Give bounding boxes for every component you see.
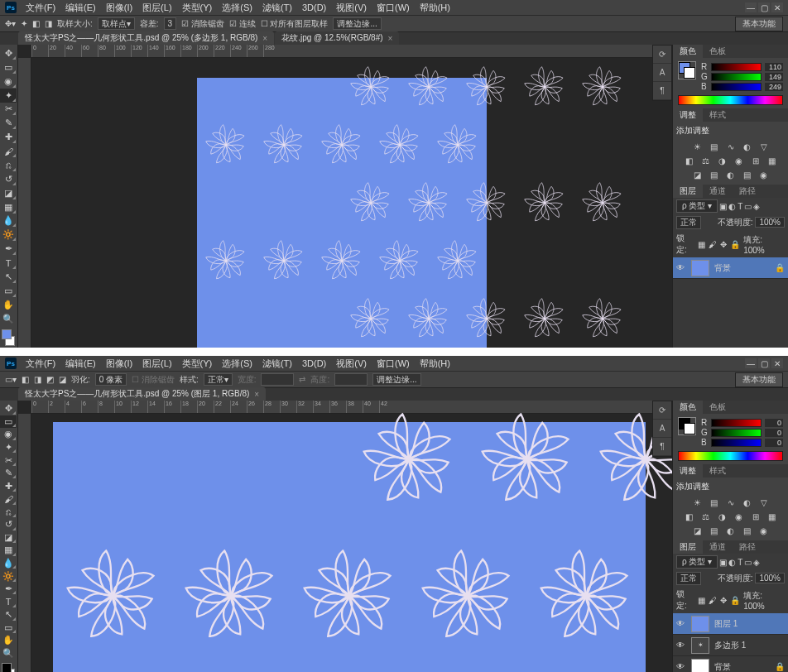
invert-icon[interactable]: ◪ bbox=[691, 525, 704, 536]
photo-filter-icon[interactable]: ◉ bbox=[733, 155, 746, 166]
feather-input[interactable]: 0 像素 bbox=[95, 373, 127, 386]
swap-wh-icon[interactable]: ⇄ bbox=[299, 375, 305, 384]
hand-tool[interactable]: ✋ bbox=[0, 634, 17, 647]
path-select-tool[interactable]: ↖ bbox=[0, 608, 17, 622]
blur-tool[interactable]: 💧 bbox=[0, 557, 17, 570]
menu-help[interactable]: 帮助(H) bbox=[416, 2, 454, 14]
tab-color[interactable]: 颜色 bbox=[673, 45, 703, 58]
blend-mode-select[interactable]: 正常 bbox=[676, 572, 701, 585]
character-panel-icon[interactable]: A bbox=[653, 420, 671, 438]
anti-alias-checkbox[interactable]: ☑ 消除锯齿 bbox=[181, 18, 224, 30]
tab-color[interactable]: 颜色 bbox=[673, 401, 703, 414]
curves-icon[interactable]: ∿ bbox=[724, 497, 738, 508]
dodge-tool[interactable]: 🔆 bbox=[0, 228, 17, 242]
visibility-icon[interactable]: 👁 bbox=[676, 263, 686, 272]
menu-file[interactable]: 文件(F) bbox=[22, 358, 60, 370]
magic-wand-tool[interactable]: ✦ bbox=[0, 89, 17, 103]
selective-color-icon[interactable]: ◉ bbox=[757, 169, 771, 180]
menu-select[interactable]: 选择(S) bbox=[218, 2, 257, 14]
lock-all-icon[interactable]: 🔒 bbox=[730, 596, 740, 605]
eraser-tool[interactable]: ◪ bbox=[0, 186, 17, 200]
r-value[interactable]: 0 bbox=[765, 419, 783, 427]
hand-tool[interactable]: ✋ bbox=[0, 298, 17, 312]
filter-adjust-icon[interactable]: ◐ bbox=[728, 558, 736, 567]
filter-smart-icon[interactable]: ◈ bbox=[753, 558, 760, 567]
foreground-color-chip[interactable] bbox=[2, 663, 12, 672]
pen-tool[interactable]: ✒ bbox=[0, 242, 17, 256]
foreground-color-chip[interactable] bbox=[2, 329, 12, 339]
menu-layer[interactable]: 图层(L) bbox=[138, 2, 175, 14]
blend-mode-select[interactable]: 正常 bbox=[676, 216, 701, 229]
color-balance-icon[interactable]: ⚖ bbox=[699, 155, 713, 166]
fill-input[interactable]: 100% bbox=[743, 246, 765, 255]
tab-adjustments[interactable]: 调整 bbox=[673, 108, 703, 122]
zoom-tool[interactable]: 🔍 bbox=[0, 647, 17, 660]
menu-layer[interactable]: 图层(L) bbox=[138, 358, 175, 370]
tolerance-input[interactable]: 3 bbox=[164, 17, 177, 30]
close-button[interactable]: ✕ bbox=[771, 2, 783, 12]
lock-pixels-icon[interactable]: 🖌 bbox=[709, 240, 717, 249]
menu-select[interactable]: 选择(S) bbox=[218, 358, 257, 370]
vibrance-icon[interactable]: ▽ bbox=[757, 497, 771, 508]
layer-thumbnail[interactable]: ✶ bbox=[691, 637, 709, 654]
healing-brush-tool[interactable]: ✚ bbox=[0, 130, 17, 144]
threshold-icon[interactable]: ◐ bbox=[724, 169, 738, 180]
path-select-tool[interactable]: ↖ bbox=[0, 270, 17, 284]
menu-3d[interactable]: 3D(D) bbox=[298, 358, 330, 368]
levels-icon[interactable]: ▤ bbox=[708, 141, 721, 152]
clone-stamp-tool[interactable]: ⎌ bbox=[0, 506, 17, 519]
brush-tool[interactable]: 🖌 bbox=[0, 492, 17, 506]
tab-channels[interactable]: 通道 bbox=[703, 540, 733, 554]
tab-layers[interactable]: 图层 bbox=[673, 185, 703, 198]
menu-image[interactable]: 图像(I) bbox=[102, 2, 137, 14]
lock-position-icon[interactable]: ✥ bbox=[720, 596, 727, 605]
menu-edit[interactable]: 编辑(E) bbox=[61, 2, 100, 14]
intersect-selection-icon[interactable]: ◪ bbox=[59, 375, 66, 384]
menu-help[interactable]: 帮助(H) bbox=[416, 358, 454, 370]
layer-row-layer1[interactable]: 👁 图层 1 bbox=[673, 613, 788, 635]
vibrance-icon[interactable]: ▽ bbox=[757, 141, 771, 152]
add-selection-icon[interactable]: ◧ bbox=[32, 19, 40, 28]
menu-filter[interactable]: 滤镜(T) bbox=[258, 2, 296, 14]
posterize-icon[interactable]: ▤ bbox=[708, 525, 721, 536]
tab-channels[interactable]: 通道 bbox=[703, 185, 733, 198]
tab-paths[interactable]: 路径 bbox=[733, 540, 762, 554]
layer-name[interactable]: 多边形 1 bbox=[714, 640, 746, 651]
eraser-tool[interactable]: ◪ bbox=[0, 531, 17, 545]
maximize-button[interactable]: ▢ bbox=[758, 2, 770, 12]
history-brush-tool[interactable]: ↺ bbox=[0, 518, 17, 531]
layer-row-background[interactable]: 👁 背景 🔒 bbox=[673, 257, 788, 279]
minimize-button[interactable]: — bbox=[745, 358, 757, 368]
b-value[interactable]: 249 bbox=[765, 83, 783, 91]
magic-wand-tool[interactable]: ✦ bbox=[0, 441, 17, 454]
maximize-button[interactable]: ▢ bbox=[758, 358, 770, 368]
close-icon[interactable]: × bbox=[254, 390, 259, 399]
color-spectrum[interactable] bbox=[678, 451, 783, 461]
tab-swatches[interactable]: 色板 bbox=[703, 401, 733, 414]
filter-type-icon[interactable]: T bbox=[738, 558, 742, 567]
selective-color-icon[interactable]: ◉ bbox=[757, 525, 771, 536]
g-value[interactable]: 0 bbox=[765, 429, 783, 437]
tab-styles[interactable]: 样式 bbox=[703, 464, 733, 478]
document-tab-1[interactable]: 怪太大字PS之——几何形状工具.psd @ 25% (多边形 1, RGB/8)… bbox=[18, 31, 274, 45]
filter-type-icon[interactable]: T bbox=[738, 202, 742, 211]
color-balance-icon[interactable]: ⚖ bbox=[699, 511, 713, 522]
pen-tool[interactable]: ✒ bbox=[0, 583, 17, 596]
lasso-tool[interactable]: ◉ bbox=[0, 74, 17, 89]
b-value[interactable]: 0 bbox=[765, 439, 783, 447]
gradient-map-icon[interactable]: ▤ bbox=[741, 525, 754, 536]
menu-window[interactable]: 窗口(W) bbox=[372, 358, 414, 370]
layer-name[interactable]: 背景 bbox=[714, 262, 731, 274]
close-icon[interactable]: × bbox=[262, 34, 267, 43]
layer-row-shape[interactable]: 👁 ✶ 多边形 1 bbox=[673, 635, 788, 656]
zoom-tool[interactable]: 🔍 bbox=[0, 312, 17, 326]
lookup-icon[interactable]: ▦ bbox=[766, 511, 779, 522]
tab-swatches[interactable]: 色板 bbox=[703, 45, 733, 58]
lock-all-icon[interactable]: 🔒 bbox=[730, 240, 740, 249]
filter-pixel-icon[interactable]: ▣ bbox=[719, 558, 727, 567]
refine-edge-button[interactable]: 调整边缘... bbox=[372, 373, 420, 386]
filter-adjust-icon[interactable]: ◐ bbox=[728, 202, 736, 211]
canvas-area[interactable]: 020406080100120140160180200220240260280 bbox=[18, 45, 672, 348]
filter-shape-icon[interactable]: ▭ bbox=[744, 202, 752, 211]
color-panel-swatch[interactable] bbox=[678, 417, 696, 435]
